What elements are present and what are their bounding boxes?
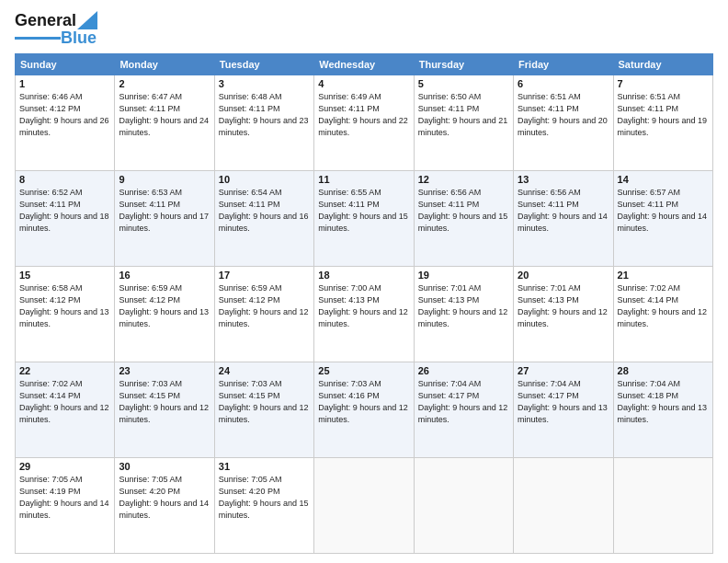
calendar-cell: 31 Sunrise: 7:05 AMSunset: 4:20 PMDaylig… [214, 458, 313, 554]
calendar-cell: 11 Sunrise: 6:55 AMSunset: 4:11 PMDaylig… [314, 171, 414, 267]
calendar-week-row: 22 Sunrise: 7:02 AMSunset: 4:14 PMDaylig… [16, 362, 713, 458]
day-number: 27 [518, 365, 609, 376]
calendar-cell: 12 Sunrise: 6:56 AMSunset: 4:11 PMDaylig… [414, 171, 513, 267]
calendar-cell: 8 Sunrise: 6:52 AMSunset: 4:11 PMDayligh… [16, 171, 115, 267]
day-info: Sunrise: 7:04 AMSunset: 4:17 PMDaylight:… [418, 379, 508, 424]
day-info: Sunrise: 6:58 AMSunset: 4:12 PMDaylight:… [19, 283, 109, 328]
calendar-cell: 27 Sunrise: 7:04 AMSunset: 4:17 PMDaylig… [514, 362, 613, 458]
day-number: 13 [518, 174, 609, 185]
calendar-cell [414, 458, 513, 554]
calendar-cell: 17 Sunrise: 6:59 AMSunset: 4:12 PMDaylig… [214, 267, 313, 362]
calendar-cell: 2 Sunrise: 6:47 AMSunset: 4:11 PMDayligh… [115, 75, 214, 171]
day-number: 18 [318, 270, 409, 281]
calendar-cell: 28 Sunrise: 7:04 AMSunset: 4:18 PMDaylig… [613, 362, 712, 458]
day-info: Sunrise: 7:01 AMSunset: 4:13 PMDaylight:… [518, 283, 608, 328]
calendar-week-row: 15 Sunrise: 6:58 AMSunset: 4:12 PMDaylig… [16, 267, 713, 362]
day-info: Sunrise: 6:47 AMSunset: 4:11 PMDaylight:… [119, 92, 209, 137]
calendar-cell: 3 Sunrise: 6:48 AMSunset: 4:11 PMDayligh… [214, 75, 313, 171]
day-number: 8 [19, 174, 110, 185]
day-header-friday: Friday [514, 54, 613, 75]
day-number: 28 [618, 365, 709, 376]
day-number: 11 [318, 174, 409, 185]
day-number: 24 [219, 365, 310, 376]
day-info: Sunrise: 7:05 AMSunset: 4:20 PMDaylight:… [119, 475, 209, 520]
day-info: Sunrise: 7:01 AMSunset: 4:13 PMDaylight:… [418, 283, 508, 328]
logo-underline [15, 37, 61, 40]
day-number: 2 [119, 78, 210, 89]
logo: General Blue [15, 11, 97, 48]
calendar-cell: 25 Sunrise: 7:03 AMSunset: 4:16 PMDaylig… [314, 362, 414, 458]
day-info: Sunrise: 7:05 AMSunset: 4:19 PMDaylight:… [19, 475, 109, 520]
day-number: 19 [418, 270, 509, 281]
calendar-cell: 13 Sunrise: 6:56 AMSunset: 4:11 PMDaylig… [514, 171, 613, 267]
day-number: 9 [119, 174, 210, 185]
day-info: Sunrise: 6:57 AMSunset: 4:11 PMDaylight:… [618, 188, 708, 233]
day-header-sunday: Sunday [16, 54, 115, 75]
day-info: Sunrise: 6:51 AMSunset: 4:11 PMDaylight:… [618, 92, 708, 137]
calendar-header-row: SundayMondayTuesdayWednesdayThursdayFrid… [16, 54, 713, 75]
day-number: 6 [518, 78, 609, 89]
day-number: 10 [219, 174, 310, 185]
svg-marker-0 [77, 11, 97, 29]
day-number: 30 [119, 461, 210, 472]
day-number: 12 [418, 174, 509, 185]
day-info: Sunrise: 7:03 AMSunset: 4:15 PMDaylight:… [219, 379, 309, 424]
day-header-saturday: Saturday [613, 54, 712, 75]
day-number: 16 [119, 270, 210, 281]
calendar-cell: 26 Sunrise: 7:04 AMSunset: 4:17 PMDaylig… [414, 362, 513, 458]
day-info: Sunrise: 6:48 AMSunset: 4:11 PMDaylight:… [219, 92, 309, 137]
logo-blue-text: Blue [61, 29, 97, 48]
calendar-cell: 23 Sunrise: 7:03 AMSunset: 4:15 PMDaylig… [115, 362, 214, 458]
day-header-tuesday: Tuesday [214, 54, 313, 75]
calendar-cell: 19 Sunrise: 7:01 AMSunset: 4:13 PMDaylig… [414, 267, 513, 362]
day-number: 14 [618, 174, 709, 185]
calendar-cell: 7 Sunrise: 6:51 AMSunset: 4:11 PMDayligh… [613, 75, 712, 171]
calendar-week-row: 8 Sunrise: 6:52 AMSunset: 4:11 PMDayligh… [16, 171, 713, 267]
day-info: Sunrise: 6:50 AMSunset: 4:11 PMDaylight:… [418, 92, 508, 137]
calendar-cell [613, 458, 712, 554]
calendar-cell: 21 Sunrise: 7:02 AMSunset: 4:14 PMDaylig… [613, 267, 712, 362]
day-info: Sunrise: 6:59 AMSunset: 4:12 PMDaylight:… [119, 283, 209, 328]
day-number: 7 [618, 78, 709, 89]
calendar-cell [314, 458, 414, 554]
day-number: 31 [219, 461, 310, 472]
day-header-thursday: Thursday [414, 54, 513, 75]
calendar-week-row: 29 Sunrise: 7:05 AMSunset: 4:19 PMDaylig… [16, 458, 713, 554]
calendar-cell: 14 Sunrise: 6:57 AMSunset: 4:11 PMDaylig… [613, 171, 712, 267]
day-number: 1 [19, 78, 110, 89]
logo-arrow-icon [77, 11, 97, 29]
day-info: Sunrise: 7:04 AMSunset: 4:18 PMDaylight:… [618, 379, 708, 424]
day-info: Sunrise: 7:00 AMSunset: 4:13 PMDaylight:… [318, 283, 408, 328]
calendar-cell: 10 Sunrise: 6:54 AMSunset: 4:11 PMDaylig… [214, 171, 313, 267]
day-number: 17 [219, 270, 310, 281]
day-info: Sunrise: 7:05 AMSunset: 4:20 PMDaylight:… [219, 475, 309, 520]
calendar-cell: 6 Sunrise: 6:51 AMSunset: 4:11 PMDayligh… [514, 75, 613, 171]
calendar-cell: 24 Sunrise: 7:03 AMSunset: 4:15 PMDaylig… [214, 362, 313, 458]
day-number: 5 [418, 78, 509, 89]
day-info: Sunrise: 6:52 AMSunset: 4:11 PMDaylight:… [19, 188, 109, 233]
calendar-cell: 4 Sunrise: 6:49 AMSunset: 4:11 PMDayligh… [314, 75, 414, 171]
calendar-table: SundayMondayTuesdayWednesdayThursdayFrid… [15, 53, 713, 554]
day-number: 3 [219, 78, 310, 89]
day-info: Sunrise: 6:56 AMSunset: 4:11 PMDaylight:… [518, 188, 608, 233]
day-info: Sunrise: 7:03 AMSunset: 4:16 PMDaylight:… [318, 379, 408, 424]
day-number: 15 [19, 270, 110, 281]
day-info: Sunrise: 7:04 AMSunset: 4:17 PMDaylight:… [518, 379, 608, 424]
calendar-cell: 20 Sunrise: 7:01 AMSunset: 4:13 PMDaylig… [514, 267, 613, 362]
calendar-cell: 22 Sunrise: 7:02 AMSunset: 4:14 PMDaylig… [16, 362, 115, 458]
logo-text: General [15, 11, 76, 30]
day-info: Sunrise: 6:53 AMSunset: 4:11 PMDaylight:… [119, 188, 209, 233]
calendar-cell: 16 Sunrise: 6:59 AMSunset: 4:12 PMDaylig… [115, 267, 214, 362]
day-info: Sunrise: 6:46 AMSunset: 4:12 PMDaylight:… [19, 92, 109, 137]
header: General Blue [15, 11, 713, 48]
calendar-cell: 18 Sunrise: 7:00 AMSunset: 4:13 PMDaylig… [314, 267, 414, 362]
day-number: 21 [618, 270, 709, 281]
day-number: 25 [318, 365, 409, 376]
day-info: Sunrise: 6:59 AMSunset: 4:12 PMDaylight:… [219, 283, 309, 328]
day-info: Sunrise: 7:03 AMSunset: 4:15 PMDaylight:… [119, 379, 209, 424]
calendar-cell: 30 Sunrise: 7:05 AMSunset: 4:20 PMDaylig… [115, 458, 214, 554]
calendar-week-row: 1 Sunrise: 6:46 AMSunset: 4:12 PMDayligh… [16, 75, 713, 171]
calendar-cell: 9 Sunrise: 6:53 AMSunset: 4:11 PMDayligh… [115, 171, 214, 267]
calendar-cell: 5 Sunrise: 6:50 AMSunset: 4:11 PMDayligh… [414, 75, 513, 171]
day-info: Sunrise: 6:56 AMSunset: 4:11 PMDaylight:… [418, 188, 508, 233]
